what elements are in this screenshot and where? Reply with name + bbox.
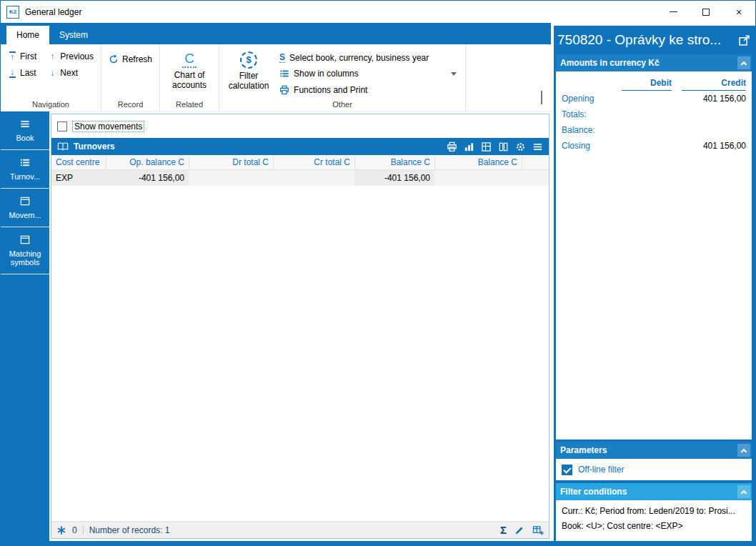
window-controls: × xyxy=(657,1,755,23)
col-balance-1[interactable]: Balance C xyxy=(354,155,434,169)
chart-icon[interactable] xyxy=(464,142,474,152)
last-icon: ↓ xyxy=(8,68,16,78)
amounts-row-opening: Opening 401 156,00 xyxy=(556,91,752,106)
col-cost-centre[interactable]: Cost centre xyxy=(51,155,106,169)
filter-calculation-icon: $ xyxy=(240,51,257,69)
status-bar: 0 Number of records: 1 Σ xyxy=(51,521,549,538)
first-button[interactable]: ↑ First xyxy=(8,51,36,61)
debit-header: Debit xyxy=(622,78,672,91)
ribbon-group-other: $ Filter calculation S Select book, curr… xyxy=(219,44,466,111)
chart-of-accounts-icon: C xyxy=(182,51,197,68)
tab-home[interactable]: Home xyxy=(6,26,49,44)
window-body: Home System ↑ First ↑ Previous xyxy=(1,23,755,541)
row-label: Balance: xyxy=(562,125,612,135)
last-button[interactable]: ↓ Last xyxy=(8,68,36,78)
maximize-button[interactable] xyxy=(690,1,722,23)
amounts-section-header: Amounts in currency Kč xyxy=(556,54,752,71)
cell-filler xyxy=(522,170,549,186)
col-balance-2[interactable]: Balance C xyxy=(434,155,522,169)
asterisk-icon[interactable] xyxy=(56,525,66,535)
chevron-up-icon xyxy=(741,490,747,495)
functions-and-print-label: Functions and Print xyxy=(294,85,367,95)
sidebar-item-label: Book xyxy=(16,134,34,142)
window-icon xyxy=(19,196,31,207)
select-book-button[interactable]: S Select book, currency, business year xyxy=(279,50,458,66)
filter-condition-line: Book: <U>; Cost centre: <EXP> xyxy=(562,519,746,534)
refresh-icon xyxy=(109,54,119,64)
columns-icon[interactable] xyxy=(498,142,509,152)
app-logo-icon: K2 xyxy=(6,6,19,19)
open-external-icon[interactable] xyxy=(738,34,750,46)
next-button[interactable]: ↓ Next xyxy=(48,68,94,78)
row-label: Opening xyxy=(562,94,612,104)
tab-system[interactable]: System xyxy=(49,26,98,44)
col-op-balance[interactable]: Op. balance C xyxy=(106,155,189,169)
ribbon-collapse-button[interactable] xyxy=(541,92,542,105)
show-in-columns-dropdown-icon[interactable] xyxy=(451,72,457,76)
minimize-icon xyxy=(670,11,677,12)
sidebar-item-matching-symbols[interactable]: Matching symbols xyxy=(1,227,49,274)
select-book-label: Select book, currency, business year xyxy=(289,53,429,63)
credit-value: 401 156,00 xyxy=(672,94,746,104)
ribbon-group-navigation: ↑ First ↑ Previous ↓ Last ↓ xyxy=(1,44,101,111)
titlebar: K2 General ledger × xyxy=(1,1,755,23)
group-label-navigation: Navigation xyxy=(1,100,101,109)
chart-of-accounts-button[interactable]: C Chart of accounts xyxy=(167,51,212,98)
cell-op-balance: -401 156,00 xyxy=(106,170,189,186)
parameters-section-header: Parameters xyxy=(556,442,752,459)
amounts-table: Debit Credit Opening 401 156,00 Totals: … xyxy=(556,71,752,440)
filter-conditions-header: Filter conditions xyxy=(556,483,752,500)
filter-condition-line: Curr.: Kč; Period from: Leden/2019 to: P… xyxy=(562,504,746,519)
cell-dr-total xyxy=(189,170,273,186)
record-count-label: Number of records: 1 xyxy=(89,525,170,535)
refresh-label: Refresh xyxy=(122,54,152,64)
table-header-row: Cost centre Op. balance C Dr total C Cr … xyxy=(51,155,549,170)
filter-calculation-button[interactable]: $ Filter calculation xyxy=(227,51,271,98)
show-movements-checkbox[interactable] xyxy=(57,121,67,131)
amounts-row-totals: Totals: xyxy=(556,106,752,122)
functions-and-print-button[interactable]: Functions and Print xyxy=(279,82,458,98)
sidebar-item-book[interactable]: Book xyxy=(1,111,49,150)
filter-conditions-label: Filter conditions xyxy=(560,487,627,497)
chevron-up-icon xyxy=(541,91,542,104)
sidebar-item-turnovers[interactable]: Turnov... xyxy=(1,150,49,189)
sidebar-item-movements[interactable]: Movem... xyxy=(1,189,49,227)
sum-icon[interactable]: Σ xyxy=(500,525,507,535)
offline-filter-checkbox[interactable] xyxy=(562,465,572,475)
parameters-collapse-button[interactable] xyxy=(737,444,750,457)
left-column: Home System ↑ First ↑ Previous xyxy=(1,23,551,541)
panel-title: Turnovers xyxy=(74,142,115,152)
close-button[interactable]: × xyxy=(722,1,755,23)
cell-cr-total xyxy=(273,170,354,186)
previous-label: Previous xyxy=(60,51,94,61)
ribbon: ↑ First ↑ Previous ↓ Last ↓ xyxy=(1,44,551,111)
filter-conditions-collapse-button[interactable] xyxy=(737,485,750,498)
amounts-collapse-button[interactable] xyxy=(737,56,750,69)
minimize-button[interactable] xyxy=(657,1,690,23)
chart-of-accounts-label: Chart of accounts xyxy=(167,71,212,91)
table-row[interactable]: EXP -401 156,00 -401 156,00 xyxy=(51,170,549,186)
previous-icon: ↑ xyxy=(48,52,56,61)
book-icon xyxy=(57,142,69,152)
next-label: Next xyxy=(60,68,78,78)
pivot-icon[interactable] xyxy=(481,142,492,152)
pencil-icon[interactable] xyxy=(514,525,524,535)
app-window: K2 General ledger × Home System ↑ First xyxy=(0,0,756,546)
show-in-columns-button[interactable]: Show in columns xyxy=(279,66,458,81)
settings-gear-icon[interactable] xyxy=(515,142,526,152)
row-label: Closing xyxy=(562,141,612,151)
previous-button[interactable]: ↑ Previous xyxy=(48,51,94,61)
table-add-icon[interactable] xyxy=(532,525,544,536)
window-title: General ledger xyxy=(25,7,81,17)
detail-panel: 750820 - Oprávky ke stro... Amounts in c… xyxy=(554,26,755,541)
col-cr-total[interactable]: Cr total C xyxy=(273,155,354,169)
col-dr-total[interactable]: Dr total C xyxy=(189,155,273,169)
close-icon: × xyxy=(736,6,742,18)
print-icon[interactable] xyxy=(447,142,457,152)
main-panel: Show movements Turnovers xyxy=(51,114,549,539)
refresh-button[interactable]: Refresh xyxy=(109,54,152,64)
cell-balance-2 xyxy=(434,170,522,186)
ribbon-group-record: Refresh Record xyxy=(101,44,160,111)
hamburger-menu-icon[interactable] xyxy=(532,142,543,152)
amounts-row-balance: Balance: xyxy=(556,122,752,138)
